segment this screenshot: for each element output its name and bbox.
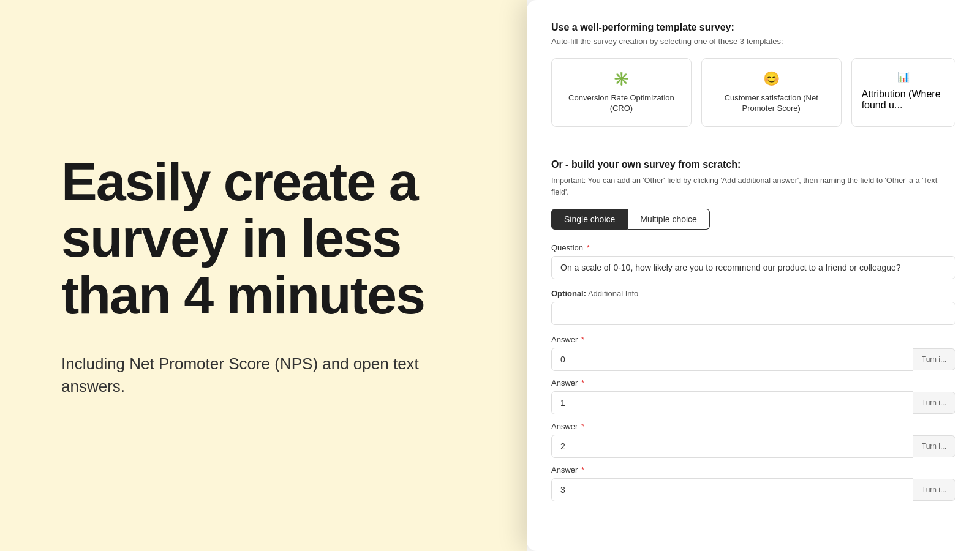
build-section: Or - build your own survey from scratch:… [551, 159, 956, 502]
choice-toggle-group: Single choice Multiple choice [551, 209, 956, 230]
turn-into-btn-1[interactable]: Turn i... [913, 392, 956, 414]
right-panel: Use a well-performing template survey: A… [527, 0, 980, 551]
answer-row-2: Turn i... [551, 435, 956, 458]
question-input[interactable] [551, 256, 956, 279]
multiple-choice-btn[interactable]: Multiple choice [628, 209, 710, 230]
answer-0-label: Answer * [551, 335, 956, 344]
answer-input-2[interactable] [551, 435, 913, 458]
nps-label: Customer satisfaction (Net Promoter Scor… [712, 93, 831, 114]
template-card-attribution[interactable]: 📊 Attribution (Where found u... [851, 58, 956, 127]
optional-label: Optional: Additional Info [551, 289, 956, 298]
answer-input-0[interactable] [551, 348, 913, 371]
answer-row-3: Turn i... [551, 478, 956, 501]
template-subtext: Auto-fill the survey creation by selecti… [551, 37, 956, 46]
answers-section: Answer * Turn i... Answer * Turn i... An… [551, 335, 956, 501]
answer-row-1: Turn i... [551, 391, 956, 414]
template-section: Use a well-performing template survey: A… [551, 22, 956, 127]
template-card-nps[interactable]: 😊 Customer satisfaction (Net Promoter Sc… [701, 58, 842, 127]
cro-icon: ✳️ [613, 71, 630, 87]
build-heading: Or - build your own survey from scratch: [551, 159, 956, 170]
template-card-cro[interactable]: ✳️ Conversion Rate Optimization (CRO) [551, 58, 692, 127]
turn-into-btn-2[interactable]: Turn i... [913, 435, 956, 457]
optional-subtext: Additional Info [588, 289, 638, 298]
question-label: Question * [551, 243, 956, 252]
attribution-icon: 📊 [897, 71, 910, 83]
turn-into-btn-3[interactable]: Turn i... [913, 479, 956, 501]
turn-into-btn-0[interactable]: Turn i... [913, 348, 956, 370]
nps-icon: 😊 [763, 71, 780, 87]
template-heading: Use a well-performing template survey: [551, 22, 956, 33]
answer-input-3[interactable] [551, 478, 913, 501]
build-note: Important: You can add an 'Other' field … [551, 175, 956, 198]
hero-title: Easily create a survey in less than 4 mi… [61, 154, 466, 323]
left-panel: Easily create a survey in less than 4 mi… [0, 0, 527, 551]
question-required-mark: * [584, 243, 590, 252]
answer-2-label: Answer * [551, 422, 956, 431]
answer-row-0: Turn i... [551, 348, 956, 371]
answer-input-1[interactable] [551, 391, 913, 414]
section-divider [551, 144, 956, 144]
optional-row: Optional: Additional Info [551, 289, 956, 325]
answer-1-label: Answer * [551, 378, 956, 388]
templates-row: ✳️ Conversion Rate Optimization (CRO) 😊 … [551, 58, 956, 127]
single-choice-btn[interactable]: Single choice [551, 209, 628, 230]
answer-3-label: Answer * [551, 465, 956, 474]
cro-label: Conversion Rate Optimization (CRO) [562, 93, 681, 114]
attribution-label: Attribution (Where found u... [862, 89, 945, 111]
optional-input[interactable] [551, 302, 956, 325]
hero-subtitle: Including Net Promoter Score (NPS) and o… [61, 353, 429, 397]
